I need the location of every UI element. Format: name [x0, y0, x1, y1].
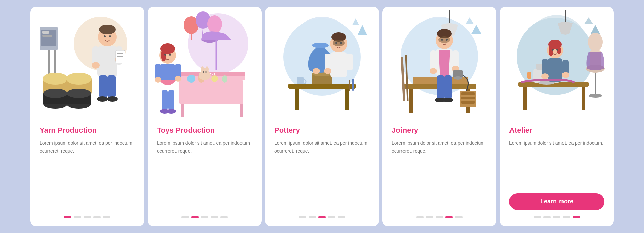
- svg-rect-115: [430, 50, 436, 70]
- card5-title: Atelier: [509, 126, 604, 135]
- svg-rect-23: [92, 46, 99, 65]
- dot-1-3[interactable]: [84, 216, 91, 218]
- card4-text: Lorem ipsum dolor sit amet, ea per indoc…: [392, 139, 487, 210]
- card4-title: Joinery: [392, 126, 487, 135]
- svg-rect-2: [42, 31, 49, 34]
- card2-dots: [157, 216, 252, 220]
- svg-rect-107: [461, 97, 475, 99]
- svg-point-67: [169, 54, 171, 56]
- svg-rect-137: [523, 87, 527, 110]
- card5-dots: [509, 216, 604, 220]
- svg-marker-100: [466, 17, 474, 24]
- card2-svg: Toys: [148, 7, 262, 121]
- dot-5-4[interactable]: [563, 216, 570, 218]
- svg-point-153: [552, 49, 554, 51]
- card2-illustration: Toys: [148, 7, 262, 121]
- svg-point-25: [92, 62, 100, 69]
- svg-point-126: [446, 39, 448, 41]
- dot-4-3[interactable]: [436, 216, 443, 218]
- svg-rect-96: [297, 77, 304, 84]
- card2-text: Lorem ipsum dolor sit amet, ea per indoc…: [157, 139, 252, 210]
- dot-4-5[interactable]: [455, 216, 463, 218]
- svg-point-34: [107, 96, 118, 102]
- dot-1-4[interactable]: [93, 216, 101, 218]
- svg-point-66: [164, 54, 166, 56]
- dot-2-2[interactable]: [191, 216, 199, 218]
- card1-svg: [30, 7, 144, 121]
- svg-rect-122: [444, 75, 452, 99]
- svg-point-124: [443, 98, 453, 102]
- dot-5-5[interactable]: [573, 216, 580, 218]
- dot-2-1[interactable]: [181, 216, 189, 218]
- svg-point-12: [66, 73, 92, 85]
- svg-point-73: [205, 71, 207, 73]
- card3-dots: [274, 216, 370, 220]
- svg-marker-99: [471, 25, 482, 34]
- svg-rect-53: [240, 104, 243, 117]
- svg-point-120: [454, 76, 462, 80]
- svg-rect-108: [461, 101, 475, 104]
- svg-marker-130: [584, 17, 593, 24]
- dot-5-1[interactable]: [534, 216, 541, 218]
- learn-more-button[interactable]: Learn more: [509, 193, 604, 210]
- svg-point-19: [67, 89, 91, 98]
- svg-point-93: [340, 42, 342, 44]
- svg-point-35: [104, 35, 106, 37]
- dot-4-1[interactable]: [416, 216, 424, 218]
- card3-text: Lorem ipsum dolor sit amet, ea per indoc…: [274, 139, 370, 210]
- svg-rect-94: [349, 80, 350, 91]
- svg-point-113: [438, 36, 450, 43]
- card4-content: Joinery Lorem ipsum dolor sit amet, ea p…: [382, 121, 496, 226]
- dot-3-1[interactable]: [299, 216, 306, 218]
- svg-point-154: [556, 49, 558, 51]
- dot-3-5[interactable]: [338, 216, 345, 218]
- svg-rect-138: [582, 87, 585, 110]
- svg-rect-63: [168, 90, 174, 110]
- dot-5-2[interactable]: [543, 216, 551, 218]
- svg-point-21: [99, 25, 116, 34]
- svg-rect-32: [107, 75, 116, 97]
- card-yarn-production: Yarn Production Lorem ipsum dolor sit am…: [30, 7, 144, 226]
- dot-3-2[interactable]: [309, 216, 316, 218]
- dot-2-3[interactable]: [201, 216, 208, 218]
- dot-5-3[interactable]: [553, 216, 560, 218]
- card2-title: Toys Production: [157, 126, 252, 135]
- svg-point-51: [222, 75, 227, 83]
- dot-3-4[interactable]: [328, 216, 335, 218]
- card1-content: Yarn Production Lorem ipsum dolor sit am…: [30, 121, 144, 226]
- svg-point-33: [97, 96, 108, 102]
- card-joinery: Joinery Lorem ipsum dolor sit amet, ea p…: [382, 7, 496, 226]
- card3-illustration: [265, 7, 379, 121]
- svg-rect-78: [295, 89, 299, 110]
- dot-1-5[interactable]: [103, 216, 110, 218]
- svg-point-16: [43, 89, 67, 98]
- svg-rect-88: [325, 54, 331, 70]
- card5-text: Lorem ipsum dolor sit amet, ea per indoc…: [509, 139, 604, 189]
- card1-title: Yarn Production: [40, 126, 135, 135]
- svg-point-65: [167, 109, 176, 114]
- svg-point-92: [335, 42, 337, 44]
- svg-point-91: [313, 68, 320, 74]
- svg-marker-76: [352, 18, 359, 25]
- svg-rect-148: [548, 58, 562, 82]
- card4-illustration: [382, 7, 496, 121]
- svg-point-86: [333, 40, 345, 46]
- dot-1-1[interactable]: [64, 216, 71, 218]
- svg-rect-79: [345, 89, 349, 110]
- card3-title: Pottery: [274, 126, 370, 135]
- svg-rect-22: [97, 46, 117, 76]
- dot-1-2[interactable]: [74, 216, 81, 218]
- card4-svg: [382, 7, 496, 121]
- svg-rect-58: [155, 64, 161, 79]
- dot-3-3[interactable]: [318, 216, 326, 218]
- dot-2-4[interactable]: [211, 216, 218, 218]
- svg-rect-119: [453, 70, 463, 77]
- svg-rect-52: [181, 104, 184, 117]
- dot-4-4[interactable]: [445, 216, 453, 218]
- svg-point-151: [541, 73, 549, 79]
- svg-point-90: [324, 68, 331, 74]
- dot-2-5[interactable]: [220, 216, 228, 218]
- svg-rect-3: [42, 35, 52, 37]
- dot-4-2[interactable]: [426, 216, 433, 218]
- card1-text: Lorem ipsum dolor sit amet, ea per indoc…: [40, 139, 135, 210]
